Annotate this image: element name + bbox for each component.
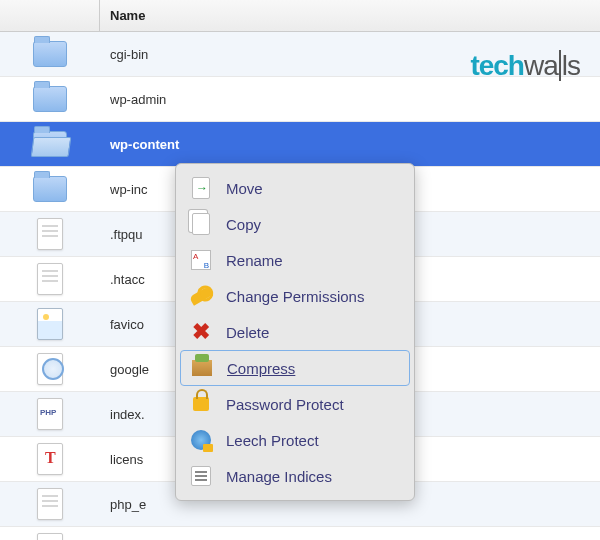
- file-icon: [37, 218, 63, 250]
- menu-label: Password Protect: [226, 396, 344, 413]
- copy-icon: [192, 213, 210, 235]
- key-icon: [189, 286, 213, 306]
- list-icon: [191, 466, 211, 486]
- menu-item-delete[interactable]: ✖ Delete: [180, 314, 410, 350]
- file-icon: [37, 263, 63, 295]
- move-icon: [192, 177, 210, 199]
- menu-label: Rename: [226, 252, 283, 269]
- menu-item-password-protect[interactable]: Password Protect: [180, 386, 410, 422]
- context-menu: Move Copy Rename Change Permissions ✖ De…: [175, 163, 415, 501]
- menu-item-change-permissions[interactable]: Change Permissions: [180, 278, 410, 314]
- menu-label: Delete: [226, 324, 269, 341]
- icon-column-head: [0, 0, 100, 31]
- menu-label: Copy: [226, 216, 261, 233]
- menu-label: Change Permissions: [226, 288, 364, 305]
- name-column-head[interactable]: Name: [100, 0, 600, 31]
- file-row-cgi-bin[interactable]: cgi-bin: [0, 32, 600, 77]
- menu-label: Compress: [227, 360, 295, 377]
- php-file-icon: [37, 398, 63, 430]
- folder-open-icon: [33, 131, 67, 157]
- menu-item-manage-indices[interactable]: Manage Indices: [180, 458, 410, 494]
- table-header: Name: [0, 0, 600, 32]
- file-name: cgi-bin: [100, 47, 600, 62]
- text-file-icon: [37, 443, 63, 475]
- folder-icon: [33, 86, 67, 112]
- file-icon: [37, 533, 63, 540]
- file-row-wp-content[interactable]: wp-content: [0, 122, 600, 167]
- folder-icon: [33, 41, 67, 67]
- menu-item-copy[interactable]: Copy: [180, 206, 410, 242]
- file-name: wp-content: [100, 137, 600, 152]
- html-file-icon: [37, 353, 63, 385]
- menu-label: Move: [226, 180, 263, 197]
- leech-protect-icon: [191, 430, 211, 450]
- menu-item-rename[interactable]: Rename: [180, 242, 410, 278]
- menu-label: Manage Indices: [226, 468, 332, 485]
- lock-icon: [193, 397, 209, 411]
- file-icon: [37, 488, 63, 520]
- file-row-readme[interactable]: readme.html: [0, 527, 600, 540]
- file-row-wp-admin[interactable]: wp-admin: [0, 77, 600, 122]
- delete-icon: ✖: [192, 319, 210, 345]
- image-file-icon: [37, 308, 63, 340]
- menu-item-compress[interactable]: Compress: [180, 350, 410, 386]
- file-name: wp-admin: [100, 92, 600, 107]
- folder-icon: [33, 176, 67, 202]
- rename-icon: [191, 250, 211, 270]
- compress-icon: [192, 360, 212, 376]
- menu-label: Leech Protect: [226, 432, 319, 449]
- menu-item-move[interactable]: Move: [180, 170, 410, 206]
- menu-item-leech-protect[interactable]: Leech Protect: [180, 422, 410, 458]
